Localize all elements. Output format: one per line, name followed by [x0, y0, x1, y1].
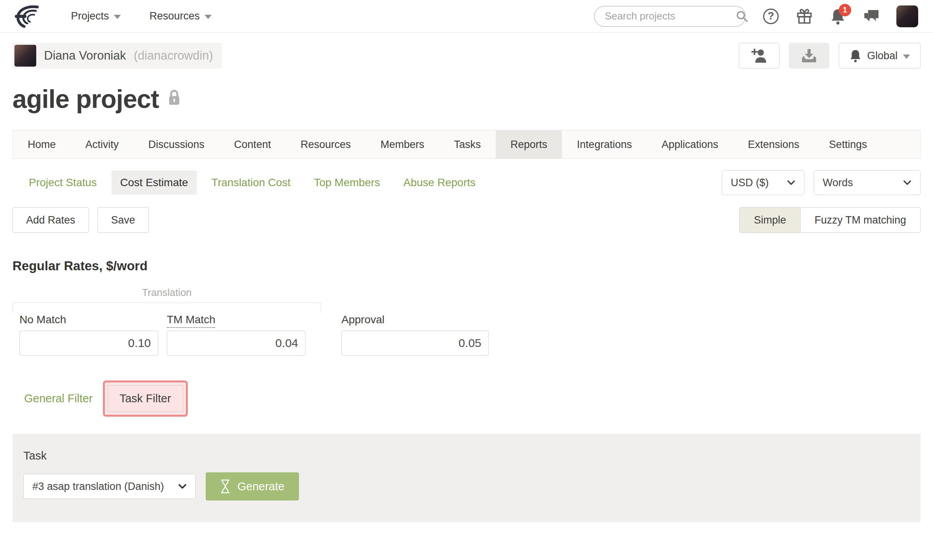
report-subtab-row: Project Status Cost Estimate Translation… [12, 170, 921, 195]
tab-extensions[interactable]: Extensions [733, 130, 814, 158]
tab-members[interactable]: Members [366, 130, 439, 158]
gift-icon[interactable] [796, 8, 813, 25]
chevron-down-icon [178, 484, 187, 489]
chevron-down-icon [205, 15, 212, 19]
menu-resources[interactable]: Resources [150, 10, 212, 22]
save-button[interactable]: Save [97, 207, 149, 233]
rates-columns: No Match TM Match Approval [12, 313, 921, 356]
toggle-fuzzy-tm-matching[interactable]: Fuzzy TM matching [800, 208, 920, 232]
filter-tabs-row: General Filter Task Filter [12, 380, 921, 417]
global-notifications-button[interactable]: Global [839, 43, 921, 69]
task-filter-highlight-ring: Task Filter [103, 380, 188, 417]
approval-rate-input[interactable] [341, 331, 489, 356]
global-label: Global [867, 50, 898, 62]
subtab-cost-estimate[interactable]: Cost Estimate [111, 171, 196, 195]
general-filter-link[interactable]: General Filter [24, 392, 93, 405]
chevron-down-icon [903, 180, 912, 185]
page-content: Diana Voroniak (dianacrowdin) [0, 43, 933, 522]
task-filter-panel: Task #3 asap translation (Danish) [12, 434, 921, 522]
top-navbar: Projects Resources ? [0, 0, 933, 33]
owner-name: Diana Voroniak [44, 49, 126, 63]
project-tab-bar: Home Activity Discussions Content Resour… [12, 130, 921, 159]
rates-mode-toggle: Simple Fuzzy TM matching [739, 207, 921, 233]
task-filter-tab[interactable]: Task Filter [108, 385, 183, 412]
tab-tasks[interactable]: Tasks [439, 130, 496, 158]
hourglass-icon [220, 479, 230, 494]
report-subtabs: Project Status Cost Estimate Translation… [12, 171, 484, 195]
tm-match-label: TM Match [167, 313, 306, 331]
no-match-label: No Match [19, 313, 158, 331]
owner-avatar [14, 45, 36, 67]
search-icon[interactable] [735, 10, 749, 23]
rate-column-approval: Approval [341, 313, 489, 356]
bell-icon [849, 49, 862, 63]
search-box [594, 6, 746, 27]
page-title: agile project [12, 84, 159, 114]
unit-select[interactable]: Words [814, 170, 921, 195]
rates-action-row: Add Rates Save Simple Fuzzy TM matching [12, 207, 921, 233]
rate-column-no-match: No Match [19, 313, 158, 356]
chevron-down-icon [114, 15, 121, 19]
task-controls: #3 asap translation (Danish) [23, 472, 910, 500]
subtab-top-members[interactable]: Top Members [305, 171, 389, 195]
search-input[interactable] [605, 10, 735, 22]
tab-discussions[interactable]: Discussions [134, 130, 219, 158]
download-icon [800, 48, 818, 63]
project-actions: Global [739, 43, 921, 69]
tab-home[interactable]: Home [13, 130, 71, 158]
toggle-simple[interactable]: Simple [740, 208, 800, 232]
tm-match-rate-input[interactable] [167, 331, 306, 356]
task-select-value: #3 asap translation (Danish) [32, 481, 164, 493]
user-avatar[interactable] [896, 5, 918, 27]
unit-value: Words [823, 177, 853, 189]
tab-applications[interactable]: Applications [647, 130, 733, 158]
subtab-translation-cost[interactable]: Translation Cost [203, 171, 299, 195]
task-field-label: Task [23, 449, 910, 462]
menu-resources-label: Resources [150, 10, 200, 22]
generate-button[interactable]: Generate [206, 472, 299, 500]
translation-group-label: Translation [12, 287, 321, 299]
tab-integrations[interactable]: Integrations [562, 130, 647, 158]
menu-projects-label: Projects [71, 10, 109, 22]
chevron-down-icon [903, 55, 910, 59]
crowdin-logo-icon[interactable] [15, 4, 44, 29]
messages-icon[interactable] [863, 8, 880, 25]
task-select[interactable]: #3 asap translation (Danish) [23, 474, 196, 499]
subtab-project-status[interactable]: Project Status [20, 171, 105, 195]
approval-label: Approval [341, 313, 489, 331]
help-icon[interactable]: ? [762, 8, 779, 25]
subtab-abuse-reports[interactable]: Abuse Reports [395, 171, 484, 195]
report-controls: USD ($) Words [722, 170, 921, 195]
no-match-rate-input[interactable] [19, 331, 158, 356]
navbar-right: ? 1 [594, 5, 918, 27]
translation-group-bracket [12, 303, 321, 313]
tab-resources[interactable]: Resources [286, 130, 366, 158]
private-project-lock-icon [168, 90, 181, 106]
currency-value: USD ($) [731, 177, 769, 189]
download-button[interactable] [789, 43, 829, 69]
regular-rates-heading: Regular Rates, $/word [12, 259, 921, 273]
page-title-row: agile project [12, 84, 921, 114]
main-menu: Projects Resources [71, 10, 212, 22]
invite-people-button[interactable] [739, 43, 779, 69]
project-owner-row: Diana Voroniak (dianacrowdin) [12, 43, 921, 69]
owner-username: (dianacrowdin) [134, 49, 213, 63]
project-owner-chip[interactable]: Diana Voroniak (dianacrowdin) [12, 43, 222, 69]
chevron-down-icon [787, 180, 795, 185]
tab-activity[interactable]: Activity [71, 130, 134, 158]
rate-column-tm-match: TM Match [167, 313, 306, 356]
notification-badge: 1 [839, 4, 851, 16]
add-user-icon [751, 48, 768, 63]
add-rates-button[interactable]: Add Rates [12, 207, 89, 233]
tab-reports[interactable]: Reports [496, 130, 562, 158]
notifications-bell-icon[interactable]: 1 [829, 8, 846, 25]
currency-select[interactable]: USD ($) [722, 170, 804, 195]
tab-content[interactable]: Content [219, 130, 286, 158]
menu-projects[interactable]: Projects [71, 10, 121, 22]
generate-label: Generate [237, 480, 284, 493]
tab-settings[interactable]: Settings [814, 130, 882, 158]
